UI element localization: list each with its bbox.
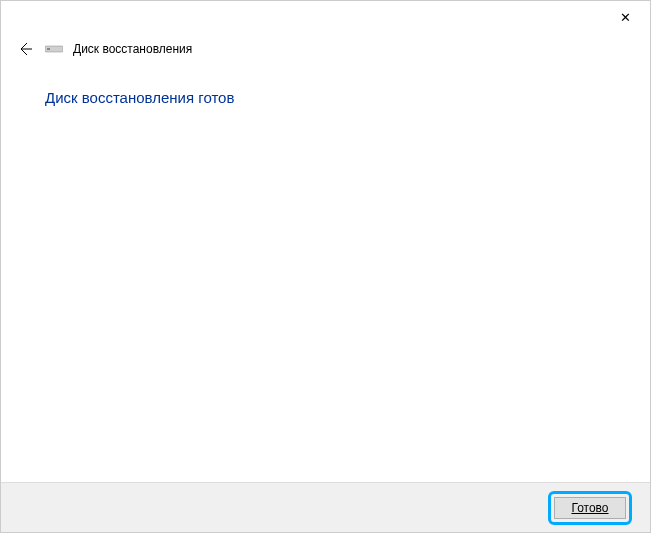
wizard-title: Диск восстановления (73, 42, 192, 56)
svg-rect-1 (47, 48, 50, 50)
titlebar: ✕ (1, 1, 650, 33)
page-heading: Диск восстановления готов (45, 89, 610, 106)
finish-button[interactable]: Готово (554, 497, 626, 519)
header-row: Диск восстановления (1, 33, 650, 59)
close-icon: ✕ (620, 10, 631, 25)
back-button[interactable] (15, 39, 35, 59)
content-area: Диск восстановления готов (1, 59, 650, 482)
drive-icon (45, 42, 63, 56)
arrow-left-icon (17, 41, 33, 57)
close-button[interactable]: ✕ (603, 3, 648, 31)
wizard-window: ✕ Диск восстановления Диск восстановлени… (0, 0, 651, 533)
highlight-box: Готово (548, 491, 632, 525)
footer: Готово (1, 482, 650, 532)
